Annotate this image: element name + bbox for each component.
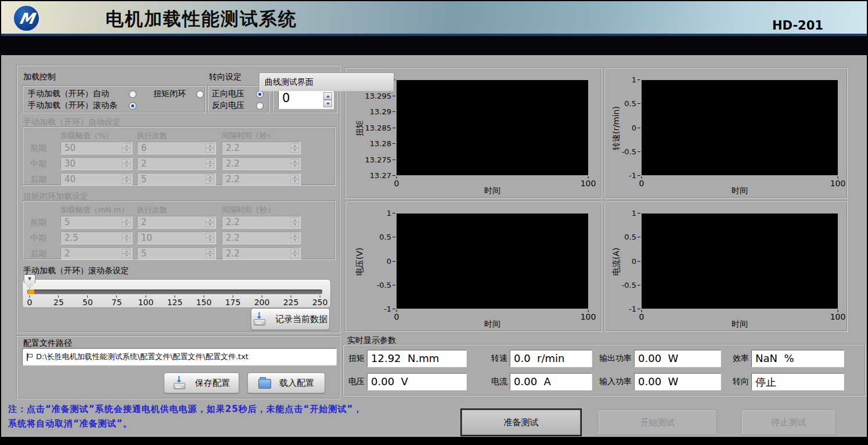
option-manual-auto-label: 手动加载（开环）自动 — [28, 89, 109, 99]
record-data-button[interactable]: ↓ 记录当前数据 — [251, 308, 330, 330]
x-axis-label: 时间 — [642, 319, 838, 330]
slider-tick: 225 — [283, 295, 299, 307]
torque-value: 12.92 N.mm — [367, 350, 467, 367]
voltage-spinner[interactable] — [323, 92, 332, 107]
y-tick: -0.5 — [622, 281, 640, 290]
x-axis-label: 时间 — [397, 319, 588, 330]
interval-field: 2.2 — [222, 157, 301, 170]
current-label: 电流 — [487, 377, 507, 387]
voltage-input[interactable]: 0 — [278, 91, 334, 109]
spin-down-icon[interactable] — [323, 100, 332, 107]
torque-label: 扭矩 — [346, 353, 365, 364]
option-manual-slider-radio[interactable] — [129, 102, 136, 110]
slider-scale: 0255075100125150175200225250 — [30, 295, 320, 308]
prepare-test-button[interactable]: 准备测试 — [462, 410, 581, 435]
table-row: 前期 5 2 2.2 — [23, 216, 334, 229]
slider-tick: 75 — [111, 295, 122, 307]
note-line-2: 系统将自动取消“准备测试”。 — [8, 418, 132, 429]
load-config-label: 载入配置 — [279, 378, 314, 389]
amp-field: 5 — [60, 216, 132, 229]
charts-area: 扭矩 13.313.29513.2913.28513.2813.27513.27… — [343, 65, 851, 332]
row-label: 中期 — [30, 159, 46, 169]
logo-letter: M — [17, 10, 35, 27]
table-row: 后期 40 5 2.2 — [23, 173, 334, 186]
load-slider[interactable]: 0255075100125150175200225250 — [22, 279, 331, 308]
y-tick: 0.5 — [624, 99, 640, 108]
tab-curve-test[interactable]: 曲线测试界面 — [259, 73, 394, 91]
col-amplitude-pct: 加载幅值（%） — [60, 131, 113, 141]
x-axis-label: 时间 — [642, 186, 838, 196]
slider-tick: 250 — [312, 295, 328, 307]
y-axis-ticks: 13.313.29513.2913.28513.2813.27513.27 — [361, 75, 395, 180]
y-axis-ticks: 10.50-0.5-1 — [606, 75, 640, 180]
count-field: 6 — [137, 142, 216, 154]
amp-field: 30 — [60, 157, 132, 170]
start-test-button: 开始测试 — [598, 410, 717, 435]
manual-auto-settings-group: 加载幅值（%） 执行次数 间隔时间（秒） 前期 50 6 2.2 中期 30 2… — [22, 126, 336, 186]
amp-field: 50 — [60, 142, 132, 154]
forward-voltage-label: 正向电压 — [212, 89, 244, 99]
slider-tick: 25 — [53, 295, 64, 307]
y-axis-ticks: 10.50-0.5-1 — [361, 209, 395, 313]
load-control-panel: 加载控制 手动加载（开环）自动 扭矩闭环 手动加载（开环）滚动条 转向设定 正向… — [16, 65, 340, 333]
load-config-button[interactable]: 载入配置 — [247, 372, 325, 393]
save-icon: ↓ — [173, 377, 187, 389]
slider-track[interactable] — [27, 290, 322, 294]
y-tick: 0 — [632, 257, 640, 266]
row-label: 后期 — [30, 175, 46, 185]
y-tick: 13.27 — [370, 171, 395, 180]
row-label: 前期 — [30, 143, 46, 154]
table-row: 中期 2.5 10 2.2 — [23, 231, 334, 244]
y-tick: 0.5 — [624, 233, 640, 241]
efficiency-label: 效率 — [707, 353, 749, 364]
save-config-button[interactable]: ↓ 保存配置 — [164, 372, 239, 393]
stop-test-button: 停止测试 — [741, 410, 836, 435]
speed-chart: 转速(r/min) 10.50-0.5-1 0100 时间 — [604, 67, 848, 198]
plot-area — [642, 214, 838, 309]
y-tick: 0 — [632, 124, 640, 132]
reverse-voltage-radio[interactable] — [256, 102, 264, 110]
y-tick: 0 — [387, 257, 395, 266]
model-label: HD-201 — [772, 19, 823, 32]
current-value: 0.00 A — [510, 373, 592, 390]
y-tick: -0.5 — [377, 281, 395, 290]
direction-title: 转向设定 — [209, 72, 242, 82]
y-tick: 13.275 — [365, 155, 396, 164]
reverse-voltage-label: 反向电压 — [212, 100, 244, 111]
slider-thumb[interactable] — [24, 274, 35, 289]
y-tick: 0.5 — [379, 233, 395, 241]
y-tick: 13.285 — [365, 124, 396, 132]
row-label: 前期 — [30, 218, 46, 228]
row-label: 后期 — [30, 249, 46, 259]
config-path-input[interactable]: D:\长胜电机加载性能测试系统\配置文件\配置文件\配置文件.txt — [22, 348, 337, 366]
speed-value: 0.0 r/min — [510, 350, 592, 367]
voltage-value: 0.00 V — [367, 373, 467, 390]
y-tick: 13.29 — [370, 107, 395, 116]
load-mode-group: 手动加载（开环）自动 扭矩闭环 手动加载（开环）滚动条 — [22, 85, 206, 113]
voltage-chart: 电压(V) 10.50-0.5-1 0100 时间 — [345, 201, 602, 332]
col-exec-count: 执行次数 — [137, 205, 167, 215]
y-tick: -0.5 — [622, 147, 640, 156]
path-icon — [27, 353, 32, 361]
note-line-1: 注：点击“准备测试”系统会接通电机供电电源，如果25秒后，未能点击“开始测试”， — [8, 404, 362, 415]
tab-page-curve-test: 加载控制 手动加载（开环）自动 扭矩闭环 手动加载（开环）滚动条 转向设定 正向… — [1, 55, 867, 437]
output-power-label: 输出功率 — [590, 353, 632, 364]
slider-tick: 100 — [138, 295, 154, 307]
count-field: 2 — [137, 216, 216, 229]
option-manual-auto-radio[interactable] — [129, 91, 136, 98]
forward-voltage-radio[interactable] — [256, 91, 264, 98]
col-interval: 间隔时间（秒） — [222, 205, 275, 215]
y-tick: 13.295 — [365, 92, 396, 100]
col-interval: 间隔时间（秒） — [222, 131, 275, 141]
load-control-title: 加载控制 — [23, 72, 56, 82]
col-amplitude-mnm: 加载幅值（mN.m） — [60, 205, 128, 215]
efficiency-value: NaN % — [751, 350, 844, 367]
plot-area — [397, 214, 588, 309]
title-bar: M 电机加载性能测试系统 HD-201 — [1, 1, 867, 36]
row-label: 中期 — [30, 233, 46, 244]
folder-icon — [258, 379, 271, 389]
plot-area — [642, 80, 838, 175]
spin-up-icon[interactable] — [323, 92, 332, 100]
option-torque-loop-radio[interactable] — [196, 91, 204, 98]
y-tick: 1 — [632, 209, 640, 218]
